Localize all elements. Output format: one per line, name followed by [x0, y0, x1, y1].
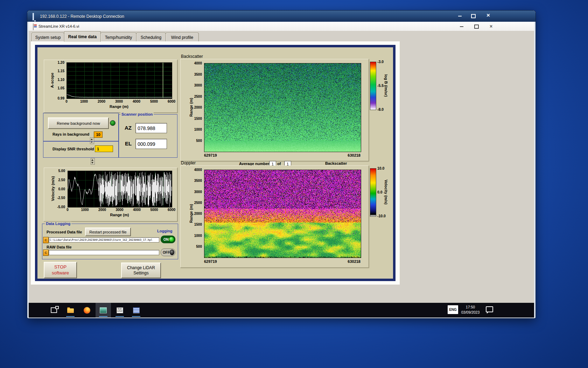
velocity-plot-canvas	[68, 171, 172, 207]
tick-label: 2000	[194, 212, 202, 216]
el-value-field[interactable]: 000.099	[135, 139, 167, 149]
taskbar-button-firefox[interactable]	[79, 303, 94, 318]
tab-system-setup[interactable]: System setup	[31, 33, 64, 42]
maximize-icon	[474, 25, 479, 29]
rdp-minimize-button[interactable]	[455, 13, 465, 19]
taskbar-button-file-explorer[interactable]	[63, 303, 78, 318]
tick-label: 0.99	[58, 96, 64, 100]
tick-label: 3000	[194, 83, 202, 87]
change-lidar-settings-button[interactable]: Change LiDAR Settings	[121, 263, 161, 278]
tick-label: 0.00	[58, 187, 65, 191]
processed-data-file-label: Processed Data file	[47, 230, 82, 234]
streamline-app-icon	[100, 307, 107, 313]
tick-label: 1.05	[58, 86, 64, 90]
snr-spinner[interactable]	[91, 158, 95, 165]
rdp-maximize-button[interactable]	[468, 13, 478, 19]
doppler-colorbar	[370, 168, 376, 217]
doppler-title: Doppler	[181, 161, 196, 165]
processed-path-input[interactable]	[49, 237, 159, 243]
logging-label: Logging	[157, 229, 172, 233]
tab-real-time-data[interactable]: Real time data	[64, 31, 101, 42]
colorbar-tick: -10.0	[377, 214, 386, 218]
raw-path-input[interactable]	[49, 250, 159, 255]
display-snr-threshold-label: Display SNR threshold	[52, 147, 94, 151]
backscatter-toggle-label: Backscatter	[325, 161, 347, 165]
backscatter-x-max-label: 630218	[318, 153, 360, 157]
tick-label: 3000	[115, 100, 123, 103]
renew-background-button[interactable]: Renew background now	[48, 117, 109, 129]
data-viewer-icon	[133, 307, 140, 313]
language-indicator[interactable]: ENG	[448, 305, 458, 314]
taskbar-notification-button[interactable]	[486, 306, 493, 312]
velocity-x-axis-label: Range (m)	[68, 213, 172, 217]
tick-label: 2500	[194, 200, 202, 204]
doppler-x-max-label: 630218	[318, 259, 360, 264]
background-led-indicator	[110, 120, 115, 126]
clock-date: 03/09/2023	[459, 310, 482, 315]
tick-label: 1.15	[58, 69, 64, 73]
active-indicator	[99, 316, 107, 317]
change-button-line1: Change LiDAR	[127, 265, 155, 271]
colorbar-tick: 0.0	[377, 190, 383, 194]
tab-temp-humidity[interactable]: Temp/humidity	[100, 33, 136, 42]
backscatter-heatmap-canvas	[204, 63, 361, 152]
tick-label: 5000	[150, 100, 158, 103]
doppler-x-min-label: 629719	[204, 259, 217, 264]
tab-wind-profile[interactable]: Wind profile	[166, 33, 199, 42]
tick-label: 0	[66, 208, 69, 212]
clock-time: 17:50	[459, 305, 482, 310]
taskbar-button-streamline-app[interactable]	[96, 303, 111, 318]
change-button-line2: Settings	[133, 271, 148, 276]
restart-processed-file-button[interactable]: Restart processed file	[85, 227, 131, 236]
tick-label: 5000	[150, 208, 158, 212]
tick-label: 1000	[80, 100, 88, 103]
processed-drive-icon[interactable]: C	[43, 237, 49, 243]
app-minimize-button[interactable]	[457, 24, 466, 29]
app-close-button[interactable]: ×	[486, 23, 496, 29]
az-value-field[interactable]: 078.988	[135, 123, 167, 133]
rays-in-background-label: Rays in background	[52, 132, 89, 136]
colorbar-tick: 10.0	[377, 166, 384, 170]
snr-threshold-value[interactable]: 1	[95, 145, 113, 152]
tick-label: 3500	[194, 72, 202, 76]
tick-label: 4000	[133, 100, 140, 103]
tick-label: 500	[196, 138, 202, 142]
taskbar-button-data-viewer[interactable]	[128, 303, 144, 318]
ascope-x-axis: 0100020003000400050006000	[66, 100, 172, 104]
doppler-colorbar-label: Velocity (m/s)	[384, 175, 388, 210]
tick-label: 4000	[133, 208, 141, 212]
toggle-off-knob-icon	[170, 250, 174, 255]
remote-desktop-icon	[33, 13, 34, 20]
notification-icon	[486, 306, 493, 312]
backscatter-colorbar	[370, 62, 376, 110]
raw-logging-toggle[interactable]: OFF	[161, 248, 175, 256]
tick-label: 1.20	[58, 61, 64, 64]
tick-label: -2.50	[57, 196, 65, 200]
backscatter-colorbar-label: log B (/m/sr)	[384, 68, 388, 103]
app-window-title: StreamLine XR v14-6.vi	[38, 24, 79, 28]
tick-label: 4000	[194, 168, 202, 172]
tick-label: 2000	[98, 208, 106, 212]
active-indicator	[115, 316, 124, 317]
velocity-x-axis: 0100020003000400050006000	[68, 208, 172, 212]
rays-in-background-value[interactable]: 10	[94, 131, 103, 138]
processed-logging-toggle[interactable]: ON	[161, 236, 175, 243]
ascope-y-axis: 1.201.151.101.050.99	[53, 62, 65, 98]
backscatter-x-min-label: 629719	[204, 153, 217, 157]
backscatter-y-axis: 4000350030002500200015001000500	[190, 63, 203, 151]
active-indicator	[66, 316, 75, 317]
raw-drive-icon[interactable]: C	[43, 250, 49, 256]
stop-software-button[interactable]: STOP software	[44, 262, 77, 278]
tick-label: 3500	[194, 179, 202, 183]
taskbar-button-scan-scheduler[interactable]: Scan sched	[112, 303, 127, 318]
tab-scheduling[interactable]: Scheduling	[136, 33, 166, 42]
tick-label: -5.00	[57, 205, 65, 209]
tick-label: 3000	[115, 208, 123, 212]
vi-file-icon	[33, 23, 34, 30]
taskbar-button-task-view[interactable]	[46, 303, 62, 318]
rdp-close-button[interactable]: ×	[482, 12, 494, 19]
taskbar-clock[interactable]: 17:50 03/09/2023	[459, 305, 482, 315]
app-maximize-button[interactable]	[472, 24, 481, 29]
colorbar-tick: -3.0	[377, 60, 384, 64]
toggle-on-label: ON	[163, 238, 169, 241]
